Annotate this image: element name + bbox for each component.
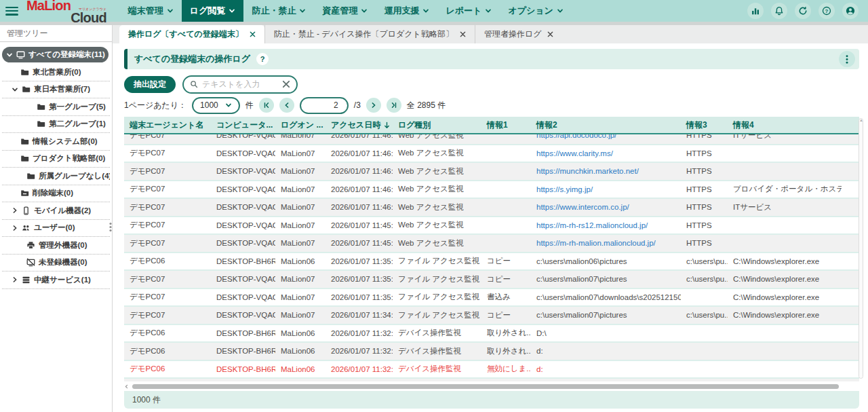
column-header-5[interactable]: 情報1	[481, 119, 531, 131]
table-row[interactable]: デモPC07DESKTOP-VQAC...MaLion072026/01/07 …	[124, 134, 859, 145]
extract-settings-button[interactable]: 抽出設定	[124, 76, 176, 93]
tree-item-11[interactable]: 管理外機器(0)	[2, 237, 110, 255]
close-icon[interactable]	[460, 31, 466, 37]
folder-icon	[20, 137, 29, 146]
chevron-down-icon[interactable]	[12, 86, 18, 93]
tree-item-9[interactable]: モバイル機器(2)	[2, 202, 110, 220]
table-row[interactable]: デモPC07DESKTOP-VQAC...MaLion072026/01/07 …	[124, 217, 859, 236]
menu-icon[interactable]	[5, 7, 18, 16]
nav-item-2[interactable]: 防止・禁止	[243, 0, 314, 22]
column-header-label: ログオン ...	[281, 119, 323, 131]
table-row[interactable]: デモPC07DESKTOP-VQAC...MaLion072026/01/07 …	[124, 307, 859, 325]
close-icon[interactable]	[250, 31, 256, 37]
tree-item-12[interactable]: 未登録機器(0)	[2, 255, 110, 272]
per-page-select[interactable]: 1000	[192, 97, 240, 114]
table-row[interactable]: デモPC07DESKTOP-VQAC...MaLion072026/01/07 …	[124, 163, 859, 181]
table-row[interactable]: デモPC07DESKTOP-VQAC...MaLion072026/01/07 …	[124, 289, 859, 307]
chevron-right-icon[interactable]	[12, 276, 18, 283]
tab-1[interactable]: 防止・禁止 - デバイス操作〔プロダクト戦略部〕	[264, 25, 475, 43]
nav-item-0[interactable]: 端末管理	[120, 0, 182, 22]
folder-icon	[37, 102, 45, 111]
table-row[interactable]: デモPC06DESKTOP-BH6RI...MaLion062026/01/07…	[124, 343, 859, 361]
kebab-menu-icon[interactable]	[839, 51, 855, 67]
next-page-button[interactable]	[366, 98, 381, 113]
help-icon[interactable]: ?	[256, 53, 269, 65]
url-link-cell[interactable]: https://m-rh-rs12.malioncloud.jp/	[531, 221, 681, 229]
chevron-right-icon[interactable]	[12, 225, 18, 231]
url-link-cell[interactable]: https://s.yimg.jp/	[531, 185, 681, 193]
nav-item-6[interactable]: オプション	[500, 0, 572, 22]
table-cell: HTTPS	[681, 239, 728, 247]
vertical-scrollbar[interactable]: ▲	[859, 118, 863, 379]
table-row[interactable]: デモPC07DESKTOP-VQAC...MaLion072026/01/07 …	[124, 235, 859, 253]
url-link-cell[interactable]: https://munchkin.marketo.net/	[531, 167, 681, 175]
table-cell: DESKTOP-VQAC...	[211, 293, 275, 301]
url-link-cell[interactable]: https://www.clarity.ms/	[531, 149, 681, 157]
scroll-left-icon[interactable]	[124, 384, 129, 389]
column-header-0[interactable]: 端末エージェント名	[124, 119, 211, 131]
tree-item-0[interactable]: すべての登録端末(11)	[2, 47, 108, 62]
clear-search-icon[interactable]	[282, 80, 290, 88]
table-cell: 2026/01/07 11:35:07	[326, 293, 393, 301]
table-cell: HTTPS	[681, 185, 728, 193]
tree-item-3[interactable]: 第一グループ(5)	[2, 98, 110, 116]
column-header-7[interactable]: 情報3	[681, 119, 728, 131]
column-header-6[interactable]: 情報2	[531, 119, 681, 131]
column-header-4[interactable]: ログ種別	[393, 119, 481, 131]
folder-minus-icon	[20, 189, 29, 198]
scroll-up-icon[interactable]: ▲	[859, 118, 863, 122]
tab-0[interactable]: 操作ログ〔すべての登録端末〕	[119, 25, 264, 43]
page-number-input[interactable]	[300, 97, 349, 114]
table-cell: デモPC07	[124, 238, 211, 248]
tab-2[interactable]: 管理者操作ログ	[475, 25, 563, 43]
table-row[interactable]: デモPC07DESKTOP-VQAC...MaLion072026/01/07 …	[124, 145, 859, 164]
search-input[interactable]	[202, 79, 278, 89]
tree-item-label: 情報システム部(0)	[33, 136, 98, 147]
table-row[interactable]: デモPC07DESKTOP-VQAC...MaLion072026/01/07 …	[124, 181, 859, 200]
table-row[interactable]: デモPC07DESKTOP-VQAC...MaLion072026/01/07 …	[124, 199, 859, 217]
help-icon[interactable]: ?	[818, 3, 835, 19]
prev-page-button[interactable]	[279, 98, 294, 113]
account-icon[interactable]	[842, 3, 859, 19]
tree-item-1[interactable]: 東北営業所(0)	[2, 64, 110, 81]
table-row[interactable]: デモPC07DESKTOP-VQAC...MaLion072026/01/07 …	[124, 271, 859, 289]
bell-icon[interactable]	[771, 3, 787, 19]
last-page-button[interactable]	[387, 98, 401, 113]
table-cell: 2026/01/07 11:45:18	[326, 239, 393, 247]
scrollbar-track[interactable]	[131, 384, 859, 389]
nav-item-5[interactable]: レポート	[437, 0, 500, 22]
url-link-cell[interactable]: https://m-rh-malion.malioncloud.jp/	[531, 239, 681, 247]
scrollbar-thumb[interactable]	[132, 384, 839, 389]
first-page-button[interactable]	[259, 98, 274, 113]
tree-item-4[interactable]: 第二グループ(1)	[2, 116, 110, 134]
column-header-8[interactable]: 情報4	[728, 119, 842, 131]
chevron-right-icon[interactable]	[12, 207, 18, 214]
refresh-icon[interactable]	[795, 3, 811, 19]
column-header-label: 情報2	[536, 119, 557, 131]
column-header-1[interactable]: コンピュータ...	[211, 119, 275, 131]
tree-item-10[interactable]: ユーザー(0)	[2, 220, 110, 238]
chevron-down-icon[interactable]	[6, 52, 13, 58]
tree-item-7[interactable]: 所属グループなし(4)	[2, 168, 110, 185]
table-row[interactable]: デモPC06DESKTOP-BH6RI...MaLion062026/01/07…	[124, 253, 859, 271]
url-link-cell[interactable]: https://www.intercom.co.jp/	[531, 203, 681, 211]
tree-item-5[interactable]: 情報システム部(0)	[2, 133, 110, 151]
column-header-2[interactable]: ログオン ...	[275, 119, 326, 131]
table-row[interactable]: デモPC06DESKTOP-BH6RI...MaLion062026/01/07…	[124, 325, 859, 343]
bar-chart-icon[interactable]	[747, 3, 764, 19]
nav-item-1[interactable]: ログ閲覧	[182, 0, 244, 22]
close-icon[interactable]	[547, 31, 553, 37]
column-header-3[interactable]: アクセス日時	[326, 119, 393, 131]
tree-item-8[interactable]: 削除端末(0)	[2, 185, 110, 203]
url-link-cell[interactable]: https://api.docodoco.jp/	[531, 134, 681, 139]
tree-item-2[interactable]: 東日本営業所(7)	[2, 81, 110, 99]
table-row[interactable]: デモPC06DESKTOP-BH6RI...MaLion062026/01/07…	[124, 361, 859, 379]
nav-item-4[interactable]: 運用支援	[376, 0, 437, 22]
tree-item-6[interactable]: プロダクト戦略部(0)	[2, 151, 110, 168]
sidebar-title: 管理ツリー	[0, 25, 112, 42]
nav-item-3[interactable]: 資産管理	[314, 0, 376, 22]
tree-item-13[interactable]: 中継サービス(1)	[2, 271, 110, 289]
tree-item-label: ユーザー(0)	[34, 223, 75, 233]
nav-item-label: 防止・禁止	[252, 5, 296, 17]
sidebar-resize-handle-icon[interactable]	[109, 222, 112, 232]
